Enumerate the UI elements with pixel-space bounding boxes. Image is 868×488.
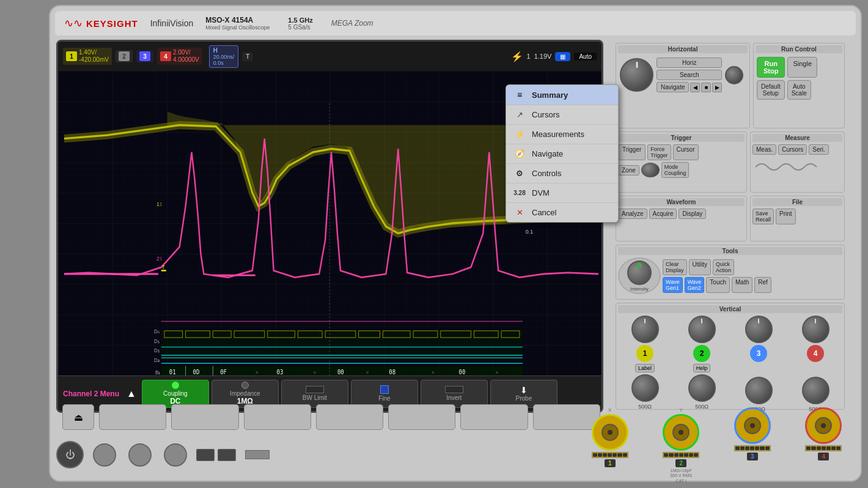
nav-left-button[interactable]: ◀ [690,83,700,92]
softkey-4[interactable] [316,404,383,430]
default-setup-button[interactable]: DefaultSetup [757,80,785,100]
ch4-vertical-knob[interactable] [802,316,829,343]
quick-action-button[interactable]: QuickAction [713,259,734,275]
power-icon: ⏻ [65,449,75,460]
softkey-6[interactable] [460,404,528,430]
ch4-fine-knob[interactable] [802,377,829,404]
math-button[interactable]: Math [732,277,752,293]
utility-button[interactable]: Utility [689,259,711,275]
save-recall-button[interactable]: SaveRecall [752,209,774,224]
dropdown-menu[interactable]: ≡ Summary ↗ Cursors ⚡ Measurements 🧭 Nav… [506,84,619,223]
clear-display-button[interactable]: ClearDisplay [663,259,687,275]
menu-eject-button[interactable]: ⏏ [62,404,94,430]
menu-item-summary[interactable]: ≡ Summary [506,85,618,105]
ch2-fine-knob[interactable] [688,374,716,402]
ref-button[interactable]: Ref [754,277,771,293]
serial-button[interactable]: Seri. [809,144,829,155]
menu-item-controls[interactable]: ⚙ Controls [506,164,618,183]
ch2-bnc-connector[interactable] [663,414,699,451]
ch3-indicator[interactable]: 3 [136,50,153,62]
coupling-led [172,382,179,389]
nav-stop-button[interactable]: ■ [701,83,711,92]
ch1-vertical-button[interactable]: 1 [636,345,653,362]
nav-right-button[interactable]: ▶ [712,83,722,92]
ch1-fine-knob[interactable] [631,374,659,402]
probe-conn-3[interactable] [164,443,187,467]
menu-item-measurements[interactable]: ⚡ Measurements [506,125,618,144]
ch1-vertical-knob[interactable] [631,316,659,343]
zone-button[interactable]: Zone [618,165,639,176]
meas-button[interactable]: Meas. [752,144,776,155]
svg-text:✕: ✕ [366,368,370,375]
brand-logo: KEYSIGHT [86,18,138,29]
probe-conn-2[interactable] [128,443,152,467]
channel-menu-up-arrow[interactable]: ▲ [127,388,136,399]
menu-item-cursors[interactable]: ↗ Cursors [506,105,618,125]
intensity-knob-area[interactable]: Intensity [618,257,661,294]
cursor-button[interactable]: Cursor [673,144,699,160]
probe-conn-1[interactable] [93,443,116,467]
ch2-indicator[interactable]: 2 [116,50,133,62]
measure-buttons: Meas. Cursors Seri. [752,144,842,155]
usb-port-2[interactable] [218,449,236,461]
waveform-section: Waveform Analyze Acquire Display [616,196,747,242]
usb-port-1[interactable] [196,449,215,461]
intensity-led [637,263,642,268]
t-indicator[interactable]: T [242,52,253,61]
menu-item-cancel[interactable]: ✕ Cancel [506,203,618,222]
touch-button[interactable]: Touch [706,277,730,293]
svg-text:00: 00 [459,368,466,375]
softkey-3[interactable] [244,404,311,430]
acquire-button[interactable]: Acquire [649,209,677,219]
model-family: InfiniiVision [150,18,194,28]
ch4-values: 2.00V/ 4.00000V [173,49,199,64]
ch2-connector-area: Y 2 1MΩ=16pF300 V RMSCAT I [647,407,716,484]
ch4-bnc-connector[interactable] [805,407,842,444]
svg-text:0.1: 0.1 [526,227,533,235]
softkey-2[interactable] [171,404,238,430]
wave-gen1-button[interactable]: WaveGen1 [663,277,683,293]
print-button[interactable]: Print [776,209,796,224]
analyze-button[interactable]: Analyze [618,209,647,219]
ch1-label-button[interactable]: Label [635,364,655,372]
navigate-button[interactable]: Navigate [657,82,689,92]
ch3-vertical-button[interactable]: 3 [750,345,767,362]
summary-dropdown-button[interactable]: ▦ [555,52,570,61]
search-button[interactable]: Search [657,70,722,80]
ch3-num-badge: 3 [747,453,758,460]
wave-gen2-button[interactable]: WaveGen2 [685,277,705,293]
ch1-bnc-connector[interactable] [592,414,628,451]
ch1-indicator[interactable]: 1 1.40V/ -420.00mV [63,48,112,65]
navigate-label: Navigate [532,149,563,158]
ch2-help-button[interactable]: Help [693,364,711,372]
cursors-panel-button[interactable]: Cursors [778,144,807,155]
power-button[interactable]: ⏻ [56,441,84,468]
zoom-knob[interactable] [725,66,743,84]
horizontal-knob[interactable] [620,58,653,92]
single-button[interactable]: Single [787,57,817,78]
ch4-indicator[interactable]: 4 2.00V/ 4.00000V [157,48,202,65]
ch3-fine-knob[interactable] [745,377,773,404]
ch2-vertical-button[interactable]: 2 [693,345,710,362]
waveform-title: Waveform [618,198,745,206]
ch2-vertical-knob[interactable] [688,316,716,343]
ch4-vertical-button[interactable]: 4 [807,345,824,362]
invert-label: Invert [446,394,462,401]
trigger-button[interactable]: Trigger [618,144,645,160]
svg-text:D₁: D₁ [154,338,160,344]
h-indicator[interactable]: H 20.00ns/ 0.0s [209,45,239,68]
menu-item-dvm[interactable]: 3.28 DVM [506,183,618,203]
mode-coupling-button[interactable]: ModeCoupling [661,162,690,178]
force-trigger-button[interactable]: ForceTrigger [647,144,671,160]
display-button[interactable]: Display [679,209,706,219]
run-control-buttons: RunStop Single DefaultSetup AutoScale [756,56,842,101]
softkey-5[interactable] [388,404,455,430]
ch3-bnc-connector[interactable] [734,407,771,444]
ch3-vertical-knob[interactable] [745,316,773,343]
horiz-button[interactable]: Horiz [657,57,722,68]
softkey-1[interactable] [99,404,166,430]
menu-item-navigate[interactable]: 🧭 Navigate [506,144,618,164]
run-stop-button[interactable]: RunStop [757,57,785,78]
auto-scale-button[interactable]: AutoScale [787,80,811,100]
level-knob[interactable] [641,163,660,177]
